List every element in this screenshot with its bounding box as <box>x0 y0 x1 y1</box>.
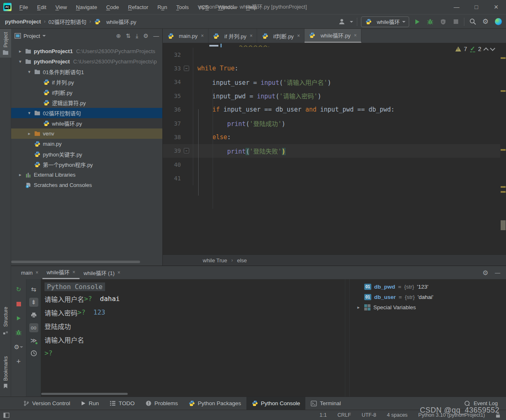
tree-chevron-icon[interactable]: ▾ <box>25 110 33 116</box>
status-caret-position[interactable]: 1:1 <box>320 412 327 418</box>
line-number[interactable]: 38 <box>163 134 181 140</box>
editor-tab-if判断-py[interactable]: if判断.py× <box>257 29 305 43</box>
code-line-text[interactable]: else: <box>193 133 231 141</box>
toolwindow-button-python-console[interactable]: Python Console <box>246 397 305 410</box>
tree-chevron-icon[interactable]: ▸ <box>16 49 24 54</box>
code-line-35[interactable]: 35 input_pwd = input('请输入密码') <box>163 89 500 103</box>
next-problem-icon[interactable] <box>490 46 495 51</box>
code-line-text[interactable]: print('登陆成功') <box>193 119 286 128</box>
tree-item-pythonProject[interactable]: ▾pythonProjectC:\Users\26300\PycharmProj… <box>11 56 162 67</box>
menu-run[interactable]: Run <box>154 2 171 12</box>
line-number[interactable]: 35 <box>163 93 181 99</box>
gutter-line-40[interactable]: 40 <box>163 158 193 171</box>
menu-code[interactable]: Code <box>103 2 123 12</box>
gutter-line-33[interactable]: 33− <box>163 61 193 75</box>
line-number[interactable]: 33 <box>163 65 181 72</box>
project-horizontal-scrollbar[interactable] <box>11 261 140 263</box>
error-stripe-mark[interactable] <box>501 57 506 59</box>
gutter-line-37[interactable]: 37 <box>163 117 193 130</box>
tree-item-while循环-py[interactable]: while循环.py <box>11 118 162 128</box>
toolwindow-toggle-icon[interactable] <box>3 413 9 418</box>
console-hide-icon[interactable]: — <box>495 270 500 276</box>
gutter-line-36[interactable]: 36 <box>163 103 193 117</box>
settings-gear-icon[interactable]: ⚙ <box>481 17 490 26</box>
menu-navigate[interactable]: Navigate <box>72 2 101 12</box>
expand-all-icon[interactable]: ⇅ <box>126 33 131 39</box>
close-tab-icon[interactable]: × <box>73 269 75 275</box>
line-number[interactable]: 34 <box>163 79 181 85</box>
scroll-to-end-icon[interactable]: ⇟ <box>29 298 38 307</box>
event-log-button[interactable]: Event Log <box>464 400 506 406</box>
gutter-line-38[interactable]: 38 <box>163 130 193 144</box>
code-line-41[interactable]: 41 <box>163 172 500 185</box>
variable-row-db_pwd[interactable]: 01db_pwd={str}'123' <box>350 282 506 292</box>
editor-tab-main-py[interactable]: main.py× <box>163 29 208 43</box>
code-line-33[interactable]: 33−while True: <box>163 61 500 75</box>
stop-button[interactable] <box>451 17 460 26</box>
status-indent-style[interactable]: 4 spaces <box>387 412 408 418</box>
collapse-all-icon[interactable]: ⤓ <box>136 33 138 40</box>
console-tab-while循环-1-[interactable]: while循环 (1)× <box>80 266 124 279</box>
tree-chevron-icon[interactable]: ▸ <box>16 172 24 177</box>
stripe-button-project[interactable]: Project <box>0 29 11 58</box>
editor-tab-while循环-py[interactable]: while循环.py× <box>305 29 361 43</box>
stripe-button-structure[interactable]: Structure <box>0 307 11 335</box>
line-number[interactable]: 32 <box>163 51 181 58</box>
error-stripe-mark[interactable] <box>501 186 506 188</box>
maximize-button[interactable]: □ <box>466 0 486 14</box>
panel-options-gear-icon[interactable]: ⚙ <box>143 33 148 39</box>
tree-item-02循环控制语句[interactable]: ▾02循环控制语句 <box>11 108 162 118</box>
tree-chevron-icon[interactable]: ▾ <box>25 69 33 75</box>
project-panel-title[interactable]: Project <box>23 33 40 39</box>
gutter-line-39[interactable]: 39− <box>163 144 193 158</box>
user-account-icon[interactable] <box>337 17 346 26</box>
console-tab-main[interactable]: main× <box>17 266 42 279</box>
tree-item-Scratches-and-Consoles[interactable]: Scratches and Consoles <box>11 180 162 190</box>
code-line-text[interactable]: while True: <box>193 65 238 72</box>
variables-group-special[interactable]: ▸Special Variables <box>350 302 506 313</box>
tree-item-01条件判断语句1[interactable]: ▾01条件判断语句1 <box>11 67 162 77</box>
toolwindow-button-terminal[interactable]: Terminal <box>305 397 346 410</box>
editor-scrollbar-thumb[interactable] <box>501 220 506 230</box>
code-line-38[interactable]: 38 else: <box>163 130 500 144</box>
code-line-34[interactable]: 34 input_user = input('请输入用户名') <box>163 75 500 89</box>
tree-chevron-icon[interactable]: ▸ <box>25 131 33 136</box>
tree-item-pythonProject1[interactable]: ▸pythonProject1C:\Users\26300\PycharmPro… <box>11 46 162 56</box>
code-line-37[interactable]: 37 print('登陆成功') <box>163 117 500 130</box>
print-icon[interactable] <box>29 310 38 320</box>
prev-problem-icon[interactable] <box>483 47 489 53</box>
line-number[interactable]: 40 <box>163 161 181 168</box>
console-tab-while循环[interactable]: while循环× <box>42 266 80 279</box>
fold-collapse-icon[interactable]: − <box>184 66 189 71</box>
close-tab-icon[interactable]: × <box>250 33 253 39</box>
console-output[interactable]: Python Console 请输入用户名>? dahai请输入密码>? 123… <box>41 279 345 397</box>
variable-row-db_user[interactable]: 01db_user={str}'dahai' <box>350 292 506 302</box>
fold-end-icon[interactable]: − <box>184 148 189 154</box>
status-python-interpreter[interactable]: Python 3.10 (pythonProject1) <box>418 412 485 418</box>
breadcrumb-file[interactable]: while循环.py <box>106 18 136 26</box>
gutter-line-34[interactable]: 34 <box>163 75 193 89</box>
tree-item-venv[interactable]: ▸venv <box>11 128 162 139</box>
gutter-line-35[interactable]: 35 <box>163 89 193 103</box>
breadcrumb-project[interactable]: pythonProject <box>5 19 41 25</box>
readonly-lock-icon[interactable] <box>496 413 500 418</box>
execute-selection-icon[interactable]: ≫ <box>29 336 38 345</box>
toolwindow-button-problems[interactable]: Problems <box>140 397 183 410</box>
line-number[interactable]: 36 <box>163 106 181 113</box>
code-line-text[interactable]: input_user = input('请输入用户名') <box>193 78 331 86</box>
new-console-plus-icon[interactable]: + <box>14 357 23 366</box>
history-clock-icon[interactable] <box>29 349 38 358</box>
code-line-32[interactable]: 32 <box>163 48 500 61</box>
close-button[interactable]: × <box>486 0 506 14</box>
show-variables-icon[interactable]: oo <box>29 323 38 332</box>
coverage-button[interactable] <box>438 17 447 26</box>
gutter-line-32[interactable]: 32 <box>163 48 193 61</box>
toolwindow-button-run[interactable]: Run <box>75 397 104 410</box>
tree-item-if-并列-py[interactable]: if 并列.py <box>11 77 162 87</box>
toolwindow-button-version-control[interactable]: Version Control <box>18 397 75 410</box>
line-number[interactable]: 37 <box>163 120 181 127</box>
code-line-40[interactable]: 40 <box>163 158 500 171</box>
tree-chevron-icon[interactable]: ▸ <box>356 305 361 310</box>
search-everywhere-icon[interactable] <box>468 17 477 26</box>
stripe-button-bookmarks[interactable]: Bookmarks <box>0 356 11 389</box>
